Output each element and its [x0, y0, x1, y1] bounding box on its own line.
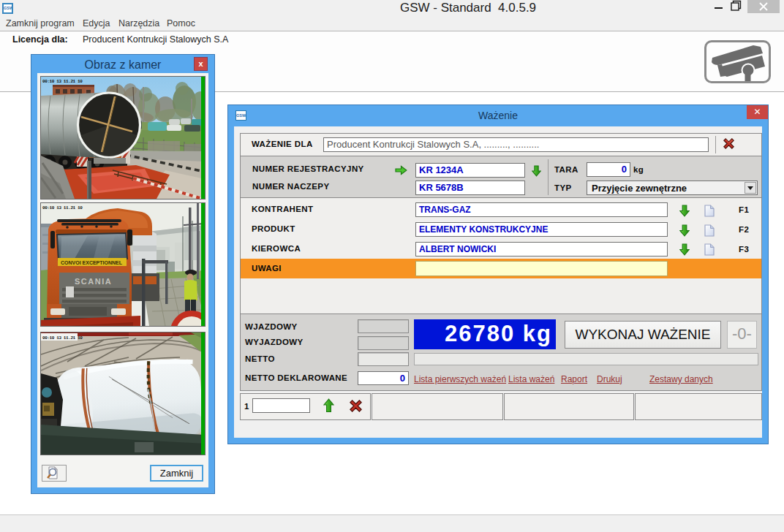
svg-text:SCANIA: SCANIA [75, 277, 112, 286]
svg-text:00:10 13 11.21 10: 00:10 13 11.21 10 [42, 335, 83, 341]
svg-text:00:10 13 11.21 10: 00:10 13 11.21 10 [42, 205, 83, 210]
svg-text:00:10 13 11.21 10: 00:10 13 11.21 10 [42, 79, 83, 84]
svg-text:CONVOI EXCEPTIONNEL: CONVOI EXCEPTIONNEL [61, 260, 123, 265]
